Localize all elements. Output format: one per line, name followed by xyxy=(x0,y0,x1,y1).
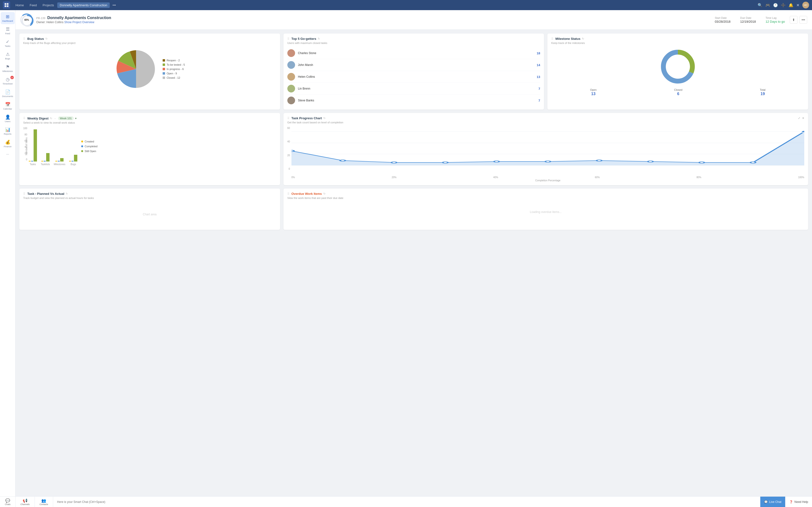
smart-chat-input[interactable] xyxy=(57,500,756,504)
legend-reopen: Reopen - 2 xyxy=(163,59,185,62)
gogetters-card: ⠿ Top 5 Go-getters ↻ Users with maximum … xyxy=(284,34,544,110)
contacts-section[interactable]: 👥 Contacts xyxy=(35,497,53,507)
legend-label-totest: To be tested - 5 xyxy=(166,63,185,66)
tp-y-20: 20 xyxy=(287,154,290,157)
weekly-digest-header: ⠿ Weekly Digest ↻ - Week 101 ▾ xyxy=(23,116,276,120)
sidebar-item-tasks[interactable]: ✓ Tasks xyxy=(1,37,15,49)
task-progress-header: ⠿ Task Progress Chart ↻ ⤢ ✕ xyxy=(287,116,804,120)
nav-projects[interactable]: Projects xyxy=(40,2,56,8)
nav-feed[interactable]: Feed xyxy=(27,2,39,8)
milestones-icon: ⚑ xyxy=(6,64,10,69)
week-dropdown-icon[interactable]: ▾ xyxy=(75,117,77,120)
nav-active-project[interactable]: Donnelly Apartments Construction xyxy=(57,2,110,8)
user-avatar[interactable]: HC xyxy=(802,2,809,8)
chats-icon: 💬 xyxy=(5,498,10,503)
legend-completed: Completed xyxy=(81,145,97,148)
sidebar-item-dashboard[interactable]: ⊞ Dashboard xyxy=(1,12,15,24)
milestone-header: ⠿ Milestone Status ↻ xyxy=(551,37,804,41)
contacts-label: Contacts xyxy=(40,503,48,506)
add-icon[interactable]: ➕ xyxy=(781,3,785,7)
settings-icon[interactable]: ✕ xyxy=(796,3,800,7)
gg-item-3: Lin Brenn 7 xyxy=(287,83,540,95)
week-badge[interactable]: Week 101 xyxy=(58,116,74,120)
sidebar-item-reports[interactable]: 📊 Reports xyxy=(1,125,15,137)
gg-count-2: 13 xyxy=(537,75,540,79)
more-icon: ··· xyxy=(6,152,9,156)
tp-x-60: 60% xyxy=(595,176,600,179)
dashboard-icon: ⊞ xyxy=(6,14,9,19)
sidebar-item-documents[interactable]: 📄 Documents xyxy=(1,88,15,100)
overdue-refresh[interactable]: ↻ xyxy=(323,192,325,195)
need-help-icon: ❓ xyxy=(789,500,793,504)
milestone-stats: Open 13 Closed 6 Total 19 xyxy=(551,89,804,96)
gogetters-refresh[interactable]: ↻ xyxy=(318,37,320,40)
search-icon[interactable]: 🔍 xyxy=(758,3,762,7)
games-icon[interactable]: 🎮 xyxy=(765,3,770,7)
gg-avatar-3 xyxy=(287,85,295,93)
bar-tasklists-created xyxy=(41,161,43,162)
nav-more[interactable]: ••• xyxy=(111,2,118,8)
bar-label-tasks: Tasks xyxy=(30,163,36,166)
share-button[interactable]: ⬆ xyxy=(790,16,798,24)
finance-icon: 💰 xyxy=(5,139,10,145)
sidebar-item-milestones[interactable]: ⚑ Milestones xyxy=(1,62,15,74)
ms-total: Total 19 xyxy=(760,89,765,96)
expand-icon[interactable]: ⤢ xyxy=(798,117,800,120)
sidebar-item-bugs[interactable]: ⚠ Bugs xyxy=(1,50,15,62)
show-overview-link[interactable]: Show Project Overview xyxy=(64,20,94,24)
sidebar-item-finance[interactable]: 💰 Finance xyxy=(1,137,15,150)
gg-item-0: Charles Stone 18 xyxy=(287,47,540,59)
bar-label-tasklists: Tasklists xyxy=(41,163,50,166)
sidebar-item-more[interactable]: ··· xyxy=(1,150,15,158)
sidebar-label-dashboard: Dashboard xyxy=(2,20,13,22)
clock-icon[interactable]: 🕐 xyxy=(773,3,778,7)
sidebar-item-feed[interactable]: ☰ Feed xyxy=(1,24,15,37)
bar-groups: Number of Items Tasks xyxy=(29,127,78,166)
need-help-button[interactable]: ❓ Need Help xyxy=(785,497,812,507)
bug-status-card: ⠿ Bug Status ↻ Keep track of the Bugs af… xyxy=(19,34,280,110)
sidebar-label-documents: Documents xyxy=(2,95,13,98)
gg-avatar-4 xyxy=(287,97,295,104)
bug-status-refresh[interactable]: ↻ xyxy=(45,37,48,40)
task-progress-refresh[interactable]: ↻ xyxy=(323,117,325,120)
milestone-donut xyxy=(551,47,804,86)
need-help-label: Need Help xyxy=(794,500,808,504)
svg-point-23 xyxy=(801,131,804,132)
contacts-icon: 👥 xyxy=(41,498,46,503)
legend-dot-reopen xyxy=(163,59,165,62)
legend-in-progress: In progress - 6 xyxy=(163,68,185,70)
tp-x-100: 100% xyxy=(798,176,804,179)
gg-name-1: John Marsh xyxy=(298,63,537,67)
legend-label-open: Open - 9 xyxy=(166,72,177,75)
channels-section[interactable]: 📢 Channels xyxy=(16,497,35,507)
live-chat-button[interactable]: 💬 Live Chat xyxy=(760,497,785,507)
project-owner: Owner: Helen Collins Show Project Overvi… xyxy=(36,20,715,24)
live-chat-label: Live Chat xyxy=(769,500,781,504)
bell-icon[interactable]: 🔔 xyxy=(789,3,794,7)
tp-x-40: 40% xyxy=(493,176,498,179)
app-logo[interactable] xyxy=(3,1,10,9)
bar-tasks-open xyxy=(34,129,37,162)
legend-dot-open xyxy=(163,72,165,74)
more-options-button[interactable]: ••• xyxy=(800,16,807,24)
start-date: Start Date 03/28/2018 xyxy=(715,16,730,23)
close-chart-icon[interactable]: ✕ xyxy=(802,117,804,120)
planned-subtitle: Track budget and view the planned vs act… xyxy=(23,196,276,200)
task-progress-chart-area: 60 40 20 0 xyxy=(287,127,804,182)
weekly-digest-refresh[interactable]: ↻ xyxy=(50,117,52,120)
planned-refresh[interactable]: ↻ xyxy=(66,192,68,195)
tp-y-axis: 60 40 20 0 xyxy=(287,127,290,175)
bar-bugs xyxy=(69,128,77,162)
nav-home[interactable]: Home xyxy=(13,2,27,8)
gogetters-subtitle: Users with maximum closed tasks xyxy=(287,42,540,44)
milestone-refresh[interactable]: ↻ xyxy=(582,37,584,40)
bar-label-bugs: Bugs xyxy=(70,163,76,166)
sidebar-item-calendar[interactable]: 📅 Calendar xyxy=(1,100,15,112)
gg-item-2: Helen Collins 13 xyxy=(287,71,540,83)
chats-section[interactable]: 💬 Chats xyxy=(0,497,16,507)
sidebar-item-users[interactable]: 👤 Users xyxy=(1,113,15,125)
sidebar-item-timesheet[interactable]: 18 ◷ Timesheet xyxy=(1,75,15,87)
sidebar: ⊞ Dashboard ☰ Feed ✓ Tasks ⚠ Bugs ⚑ Mile… xyxy=(0,10,15,507)
bug-status-title: Bug Status xyxy=(27,37,44,41)
sidebar-label-finance: Finance xyxy=(4,145,11,148)
